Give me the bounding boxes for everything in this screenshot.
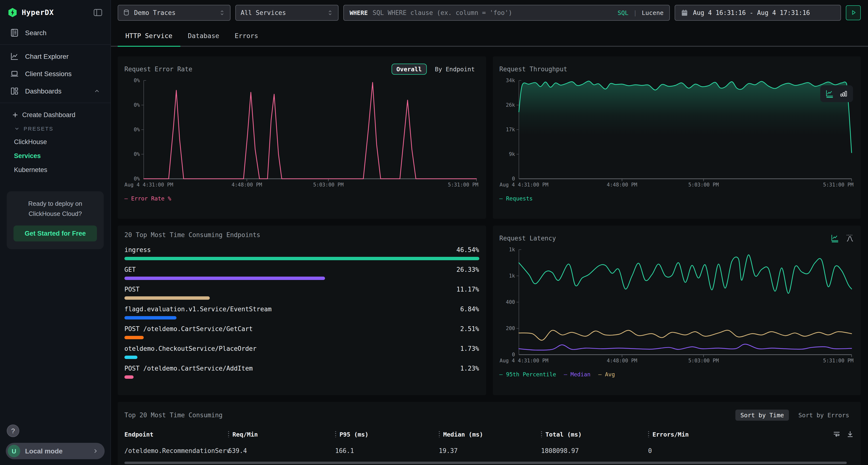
column-header[interactable]: P95 (ms): [335, 431, 439, 438]
mode-divider: |: [633, 9, 637, 16]
endpoint-bar: [124, 336, 144, 339]
line-chart-type-icon[interactable]: [831, 234, 839, 242]
divider: [0, 103, 111, 103]
column-header[interactable]: Median (ms): [439, 431, 541, 438]
bar-chart-type-icon[interactable]: [840, 90, 848, 98]
svg-text:5:03:00 PM: 5:03:00 PM: [688, 182, 718, 188]
endpoint-label: ingress: [124, 246, 151, 254]
endpoint-row[interactable]: oteldemo.CheckoutService/PlaceOrder1.73%: [124, 345, 479, 359]
get-started-button[interactable]: Get Started for Free: [13, 225, 97, 241]
sidebar-item-label: Search: [25, 29, 46, 37]
table-cell: 166.1: [335, 447, 439, 455]
sidebar-item-search[interactable]: Search: [0, 24, 111, 41]
svg-text:400: 400: [506, 299, 515, 305]
endpoint-percent: 11.17%: [457, 286, 479, 293]
sidebar-item-chart-explorer[interactable]: Chart Explorer: [0, 48, 111, 65]
legend-item: — Error Rate %: [124, 195, 171, 202]
histogram-chart-type-icon[interactable]: [846, 234, 854, 242]
svg-text:4:48:00 PM: 4:48:00 PM: [607, 358, 637, 364]
chevron-up-icon[interactable]: [94, 88, 100, 94]
table-cell: 0: [648, 447, 730, 455]
endpoint-row[interactable]: POST /oteldemo.CartService/AddItem1.23%: [124, 365, 479, 379]
svg-text:Aug 4 4:31:00 PM: Aug 4 4:31:00 PM: [124, 182, 173, 188]
service-select-value: All Services: [241, 9, 286, 16]
endpoint-bar: [124, 276, 325, 280]
endpoint-label: oteldemo.CheckoutService/PlaceOrder: [124, 345, 256, 352]
endpoint-label: POST /oteldemo.CartService/AddItem: [124, 365, 253, 372]
tab-database[interactable]: Database: [180, 25, 227, 46]
sidebar-preset-kubernetes[interactable]: Kubernetes: [0, 163, 111, 177]
search-journal-icon: [10, 28, 19, 37]
column-drag-handle[interactable]: [439, 431, 440, 437]
sidebar-item-label: Chart Explorer: [25, 53, 69, 60]
sort-by-errors-button[interactable]: Sort by Errors: [794, 409, 854, 421]
source-select[interactable]: Demo Traces: [118, 5, 230, 21]
clickhouse-cloud-promo: Ready to deploy on ClickHouse Cloud? Get…: [7, 191, 104, 249]
line-chart-type-icon[interactable]: [826, 90, 834, 98]
svg-text:5:31:00 PM: 5:31:00 PM: [823, 358, 853, 364]
svg-text:0%: 0%: [134, 151, 140, 157]
svg-text:9k: 9k: [509, 151, 515, 157]
error-rate-chart[interactable]: 0%0%0%0%0%Aug 4 4:31:00 PM4:48:00 PM5:03…: [124, 76, 479, 190]
endpoint-row[interactable]: POST11.17%: [124, 286, 479, 300]
endpoint-row[interactable]: POST /oteldemo.CartService/GetCart2.51%: [124, 325, 479, 339]
sidebar-item-client-sessions[interactable]: Client Sessions: [0, 65, 111, 82]
sidebar-item-dashboards[interactable]: Dashboards: [0, 82, 111, 100]
sidebar-item-label: Client Sessions: [25, 70, 72, 77]
run-query-button[interactable]: [846, 5, 861, 20]
horizontal-scrollbar[interactable]: [124, 462, 847, 464]
dashboard-content: Request Error Rate Overall By Endpoint 0…: [111, 47, 868, 465]
latency-chart[interactable]: 1k1k4002000Aug 4 4:31:00 PM4:48:00 PM5:0…: [499, 245, 854, 366]
tab-http-service[interactable]: HTTP Service: [118, 25, 180, 46]
endpoint-label: POST: [124, 286, 140, 293]
toggle-by-endpoint[interactable]: By Endpoint: [430, 64, 479, 74]
column-drag-handle[interactable]: [335, 431, 336, 437]
svg-text:1k: 1k: [509, 247, 515, 253]
user-menu[interactable]: U Local mode: [6, 443, 105, 459]
download-icon[interactable]: [846, 430, 854, 438]
column-header[interactable]: Req/Min: [228, 431, 335, 438]
throughput-chart[interactable]: 34k26k17k9k0Aug 4 4:31:00 PM4:48:00 PM5:…: [499, 76, 854, 190]
sort-by-time-button[interactable]: Sort by Time: [736, 409, 789, 421]
svg-text:200: 200: [506, 326, 515, 331]
sidebar-preset-services[interactable]: Services: [0, 149, 111, 163]
service-select[interactable]: All Services: [235, 5, 339, 21]
table-row[interactable]: /oteldemo.RecommendationServ639.4166.119…: [124, 447, 854, 455]
column-drag-handle[interactable]: [541, 431, 542, 437]
laptop-icon: [10, 69, 19, 78]
toggle-overall[interactable]: Overall: [392, 63, 427, 74]
column-header[interactable]: Total (ms): [541, 431, 648, 438]
where-filter-bar: WHERE SQL | Lucene: [343, 5, 670, 21]
sql-mode-button[interactable]: SQL: [618, 9, 628, 16]
column-header[interactable]: Errors/Min: [648, 431, 730, 438]
endpoint-row[interactable]: ingress46.54%: [124, 246, 479, 260]
sidebar-nav: Search Chart Explorer Client Sessions Da: [0, 24, 111, 177]
sidebar-preset-clickhouse[interactable]: ClickHouse: [0, 135, 111, 149]
help-button[interactable]: ?: [7, 425, 19, 437]
presets-section-toggle[interactable]: PRESETS: [0, 122, 111, 135]
column-drag-handle[interactable]: [228, 431, 229, 437]
endpoint-percent: 2.51%: [460, 325, 479, 332]
lucene-mode-button[interactable]: Lucene: [642, 9, 663, 16]
time-range-picker[interactable]: Aug 4 16:31:16 - Aug 4 17:31:16: [675, 5, 841, 21]
column-header[interactable]: Endpoint: [124, 431, 228, 438]
svg-text:0%: 0%: [134, 176, 140, 182]
create-dashboard-button[interactable]: Create Dashboard: [0, 108, 111, 122]
panel-title: Request Throughput: [499, 65, 567, 72]
tab-errors[interactable]: Errors: [227, 25, 266, 46]
endpoint-row[interactable]: GET26.33%: [124, 266, 479, 280]
legend-item: — Requests: [499, 195, 533, 202]
column-drag-handle[interactable]: [648, 431, 649, 437]
dashboards-grid-icon: [10, 87, 19, 95]
endpoint-bar: [124, 296, 210, 300]
row-settings-icon[interactable]: [833, 430, 840, 438]
endpoint-bar: [124, 356, 137, 359]
database-icon: [123, 9, 130, 16]
endpoint-bar: [124, 375, 133, 379]
panel-request-throughput: Request Throughput 34k26k17k9k0Aug 4 4:3…: [493, 56, 861, 219]
avatar: U: [8, 445, 20, 457]
collapse-sidebar-icon[interactable]: [93, 8, 103, 18]
where-input[interactable]: [373, 9, 613, 16]
chevron-right-icon: [92, 447, 99, 455]
endpoint-row[interactable]: flagd.evaluation.v1.Service/EventStream6…: [124, 305, 479, 320]
